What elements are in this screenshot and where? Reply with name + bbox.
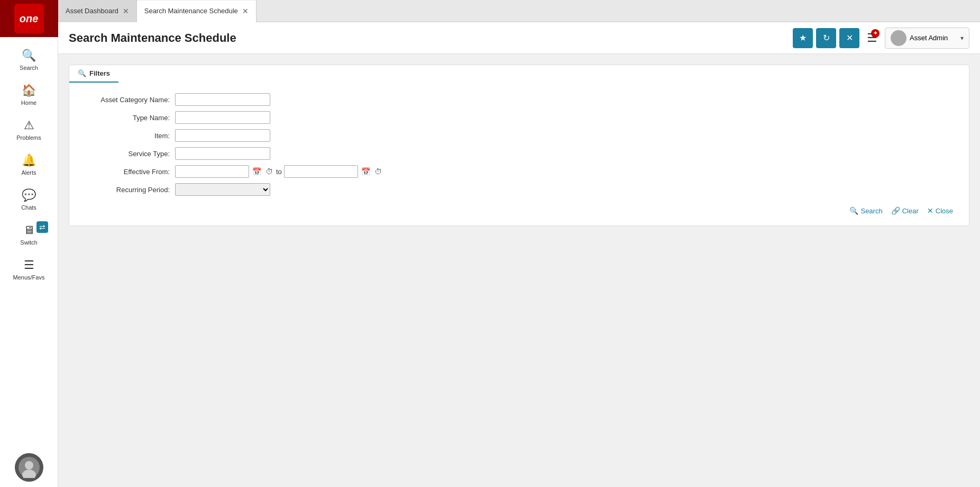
sidebar-item-alerts[interactable]: 🔔 Alerts — [0, 147, 58, 182]
type-name-input[interactable] — [175, 111, 270, 124]
user-name: Asset Admin — [910, 34, 957, 42]
switch-icon: 🖥 — [23, 223, 35, 237]
sidebar-item-label: Alerts — [21, 169, 36, 176]
svg-point-1 — [25, 461, 33, 470]
header-actions: ★ ↻ ✕ ☰ ✦ Asset Admin ▾ — [793, 28, 969, 49]
item-label: Item: — [85, 132, 170, 140]
item-row: Item: — [85, 129, 953, 142]
search-link-icon: 🔍 — [849, 206, 858, 215]
close-tab-button[interactable]: ✕ — [839, 28, 859, 48]
item-input[interactable] — [175, 129, 270, 142]
tab-label: Search Maintenance Schedule — [144, 7, 238, 15]
avatar[interactable] — [15, 453, 43, 482]
effective-from-row: Effective From: 📅 ⏱ to 📅 ⏱ — [85, 165, 953, 178]
chats-icon: 💬 — [22, 188, 36, 202]
service-type-input[interactable] — [175, 147, 270, 160]
tab-label: Asset Dashboard — [66, 7, 118, 15]
sidebar-item-problems[interactable]: ⚠ Problems — [0, 112, 58, 147]
page-title: Search Maintenance Schedule — [69, 31, 793, 45]
sidebar: one 🔍 Search 🏠 Home ⚠ Problems 🔔 Alerts … — [0, 0, 58, 487]
date-from-group: 📅 ⏱ to 📅 ⏱ — [175, 165, 383, 178]
main-content: 🔍 Filters Asset Category Name: Type Name… — [58, 54, 980, 487]
sidebar-item-search[interactable]: 🔍 Search — [0, 42, 58, 77]
dropdown-arrow-icon: ▾ — [960, 34, 964, 42]
logo[interactable]: one — [0, 0, 58, 37]
star-button[interactable]: ★ — [793, 28, 813, 48]
refresh-button[interactable]: ↻ — [816, 28, 836, 48]
sidebar-item-chats[interactable]: 💬 Chats — [0, 182, 58, 217]
alerts-icon: 🔔 — [22, 154, 36, 167]
switch-badge: ⇄ — [36, 221, 48, 233]
tab-bar: Asset Dashboard ✕ Search Maintenance Sch… — [58, 0, 980, 22]
user-dropdown[interactable]: Asset Admin ▾ — [885, 28, 969, 49]
tab-close-icon[interactable]: ✕ — [123, 7, 129, 15]
search-action-label: Search — [860, 207, 882, 215]
type-name-row: Type Name: — [85, 111, 953, 124]
avatar-icon — [19, 457, 40, 478]
search-icon: 🔍 — [22, 49, 36, 62]
sidebar-bottom — [0, 453, 58, 487]
sidebar-item-label: Menus/Favs — [13, 274, 45, 281]
asset-category-row: Asset Category Name: — [85, 93, 953, 106]
service-type-label: Service Type: — [85, 150, 170, 158]
effective-to-input[interactable] — [284, 165, 358, 178]
sidebar-item-label: Switch — [20, 239, 37, 246]
sidebar-item-label: Home — [21, 100, 36, 106]
problems-icon: ⚠ — [24, 119, 34, 132]
header: Search Maintenance Schedule ★ ↻ ✕ ☰ ✦ As… — [58, 22, 980, 54]
sidebar-item-home[interactable]: 🏠 Home — [0, 77, 58, 112]
effective-from-input[interactable] — [175, 165, 249, 178]
sidebar-item-switch[interactable]: 🖥 ⇄ Switch — [0, 217, 58, 252]
close-action-label: Close — [936, 207, 953, 215]
menus-icon: ☰ — [24, 258, 34, 272]
asset-category-input[interactable] — [175, 93, 270, 106]
user-avatar — [891, 30, 906, 46]
filters-panel: 🔍 Filters Asset Category Name: Type Name… — [69, 65, 969, 226]
filters-tab-label: Filters — [89, 69, 110, 77]
close-action[interactable]: ✕ Close — [927, 206, 953, 215]
panel-actions: 🔍 Search 🔗 Clear ✕ Close — [69, 201, 969, 215]
search-action[interactable]: 🔍 Search — [849, 206, 882, 215]
home-icon: 🏠 — [22, 84, 36, 97]
calendar-to-icon[interactable]: 📅 — [360, 167, 371, 176]
sidebar-item-menus[interactable]: ☰ Menus/Favs — [0, 252, 58, 287]
time-from-icon[interactable]: ⏱ — [264, 167, 274, 176]
time-to-icon[interactable]: ⏱ — [373, 167, 383, 176]
close-link-icon: ✕ — [927, 206, 933, 215]
to-label: to — [276, 168, 282, 176]
filter-form: Asset Category Name: Type Name: Item: Se… — [69, 88, 969, 201]
tab-close-icon[interactable]: ✕ — [242, 7, 249, 15]
filter-search-icon: 🔍 — [78, 69, 86, 77]
filters-tab[interactable]: 🔍 Filters — [69, 65, 118, 83]
recurring-period-row: Recurring Period: Daily Weekly Monthly Y… — [85, 183, 953, 196]
tab-search-maintenance[interactable]: Search Maintenance Schedule ✕ — [137, 1, 257, 23]
clear-action[interactable]: 🔗 Clear — [891, 206, 919, 215]
sidebar-item-label: Search — [20, 65, 38, 71]
calendar-from-icon[interactable]: 📅 — [251, 167, 262, 176]
notification-wrap: ☰ ✦ — [867, 31, 877, 45]
notification-badge: ✦ — [871, 29, 880, 38]
tab-asset-dashboard[interactable]: Asset Dashboard ✕ — [58, 0, 137, 22]
recurring-period-select[interactable]: Daily Weekly Monthly Yearly — [175, 183, 270, 196]
service-type-row: Service Type: — [85, 147, 953, 160]
recurring-period-label: Recurring Period: — [85, 186, 170, 194]
effective-from-label: Effective From: — [85, 168, 170, 176]
clear-action-label: Clear — [902, 207, 919, 215]
logo-text: one — [14, 4, 44, 33]
asset-category-label: Asset Category Name: — [85, 96, 170, 104]
type-name-label: Type Name: — [85, 114, 170, 122]
sidebar-item-label: Problems — [16, 134, 41, 141]
sidebar-item-label: Chats — [21, 204, 36, 211]
main-area: Asset Dashboard ✕ Search Maintenance Sch… — [58, 0, 980, 487]
clear-link-icon: 🔗 — [891, 206, 900, 215]
